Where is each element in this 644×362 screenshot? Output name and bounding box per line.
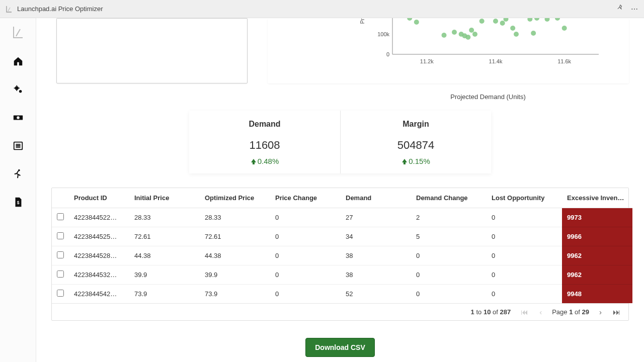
metric-pair: Demand 11608 0.48% Margin 504874 0.15% bbox=[189, 111, 491, 173]
metric-margin-title: Margin bbox=[346, 120, 486, 129]
page-next-button[interactable]: › bbox=[598, 308, 603, 316]
svg-text:0: 0 bbox=[386, 51, 389, 57]
svg-point-13 bbox=[414, 20, 419, 25]
row-checkbox[interactable] bbox=[57, 251, 64, 258]
svg-point-12 bbox=[407, 18, 412, 21]
svg-point-30 bbox=[555, 18, 560, 21]
table-row: 4223844528…44.3844.38038009962 bbox=[52, 246, 632, 265]
nav-cash[interactable] bbox=[12, 112, 24, 124]
cell-price-change: 0 bbox=[270, 285, 341, 304]
cell-price-change: 0 bbox=[270, 227, 341, 246]
col-price-change[interactable]: Price Change bbox=[270, 188, 341, 208]
svg-point-18 bbox=[465, 35, 470, 40]
cell-excessive-inventory: 9973 bbox=[562, 208, 632, 227]
cell-initial-price: 72.61 bbox=[129, 227, 200, 246]
svg-point-23 bbox=[500, 21, 505, 26]
metric-demand-delta: 0.48% bbox=[194, 157, 335, 165]
cell-initial-price: 28.33 bbox=[129, 208, 200, 227]
cell-excessive-inventory: 9962 bbox=[562, 246, 632, 265]
cell-lost-opportunity: 0 bbox=[487, 285, 562, 304]
metric-demand-value: 11608 bbox=[194, 139, 335, 152]
brand-logo-icon bbox=[11, 25, 25, 39]
metric-margin: Margin 504874 0.15% bbox=[340, 111, 491, 173]
nav-settings[interactable] bbox=[12, 83, 24, 96]
metric-demand: Demand 11608 0.48% bbox=[189, 111, 340, 173]
svg-point-22 bbox=[493, 19, 498, 24]
col-lost-opportunity[interactable]: Lost Opportunity bbox=[487, 188, 562, 208]
range-text: 1 to 10 of 287 bbox=[471, 308, 511, 316]
col-optimized-price[interactable]: Optimized Price bbox=[200, 188, 270, 208]
table-row: 4223844525…72.6172.61034509966 bbox=[52, 227, 632, 246]
svg-text:$: $ bbox=[17, 201, 19, 205]
cell-product-id: 4223844525… bbox=[69, 227, 129, 246]
page-prev-button[interactable]: ‹ bbox=[538, 308, 543, 316]
more-icon[interactable]: ⋯ bbox=[631, 5, 639, 13]
cell-product-id: 4223844542… bbox=[69, 285, 129, 304]
nav-run[interactable] bbox=[12, 168, 24, 180]
svg-point-0 bbox=[15, 86, 18, 90]
svg-point-3 bbox=[17, 116, 20, 119]
cell-demand-change: 0 bbox=[411, 285, 487, 304]
svg-point-25 bbox=[510, 26, 515, 31]
cell-demand-change: 2 bbox=[411, 208, 487, 227]
svg-point-29 bbox=[545, 18, 550, 22]
row-checkbox[interactable] bbox=[57, 270, 64, 278]
nav-list[interactable] bbox=[12, 140, 24, 152]
download-csv-button[interactable]: Download CSV bbox=[305, 338, 375, 357]
svg-point-1 bbox=[19, 90, 22, 93]
svg-point-14 bbox=[442, 33, 447, 38]
row-checkbox[interactable] bbox=[57, 290, 64, 297]
cell-optimized-price: 44.38 bbox=[200, 246, 270, 265]
svg-text:11.6k: 11.6k bbox=[557, 58, 571, 64]
col-initial-price[interactable]: Initial Price bbox=[129, 188, 200, 208]
cell-demand: 27 bbox=[341, 208, 411, 227]
arrow-up-icon bbox=[401, 158, 408, 164]
col-product-id[interactable]: Product ID bbox=[69, 188, 129, 208]
table-row: 4223844542…73.973.9052009948 bbox=[52, 285, 632, 304]
cell-optimized-price: 39.9 bbox=[200, 265, 270, 285]
table-header-row: Product ID Initial Price Optimized Price… bbox=[52, 188, 632, 208]
svg-point-24 bbox=[504, 18, 509, 22]
cell-price-change: 0 bbox=[270, 246, 341, 265]
row-checkbox[interactable] bbox=[57, 213, 64, 220]
chart-card-right: Proj 100k011.2k11.4k11.6k Projected Dema… bbox=[268, 18, 629, 83]
cell-optimized-price: 72.61 bbox=[200, 227, 270, 246]
page-first-button[interactable]: ⏮ bbox=[520, 308, 529, 316]
cell-price-change: 0 bbox=[270, 265, 341, 285]
svg-point-28 bbox=[534, 18, 539, 21]
svg-point-15 bbox=[452, 30, 457, 35]
cell-demand-change: 5 bbox=[411, 227, 487, 246]
nav-invoice[interactable]: $ bbox=[12, 196, 24, 208]
scatter-chart: Proj 100k011.2k11.4k11.6k Projected Dema… bbox=[372, 18, 604, 84]
cell-initial-price: 39.9 bbox=[129, 265, 200, 285]
col-excessive-inventory[interactable]: Excessive Inven… bbox=[562, 188, 632, 208]
svg-point-20 bbox=[472, 32, 477, 37]
cell-excessive-inventory: 9948 bbox=[562, 285, 632, 304]
nav-home[interactable] bbox=[12, 55, 24, 67]
cell-demand-change: 0 bbox=[411, 246, 487, 265]
svg-point-27 bbox=[527, 18, 532, 22]
cell-product-id: 4223844532… bbox=[69, 265, 129, 285]
cell-demand: 38 bbox=[341, 265, 411, 285]
cell-initial-price: 44.38 bbox=[129, 246, 200, 265]
cell-optimized-price: 73.9 bbox=[200, 285, 270, 304]
app-title: Launchpad.ai Price Optimizer bbox=[17, 5, 103, 13]
row-checkbox[interactable] bbox=[57, 232, 64, 239]
svg-text:11.2k: 11.2k bbox=[420, 58, 434, 64]
cell-lost-opportunity: 0 bbox=[487, 208, 562, 227]
col-demand[interactable]: Demand bbox=[341, 188, 411, 208]
svg-point-21 bbox=[479, 19, 485, 24]
cell-demand: 34 bbox=[341, 227, 411, 246]
scatter-xlabel: Projected Demand (Units) bbox=[450, 93, 526, 101]
svg-point-26 bbox=[514, 32, 519, 37]
page-last-button[interactable]: ⏭ bbox=[612, 308, 621, 316]
cell-lost-opportunity: 0 bbox=[487, 227, 562, 246]
cell-price-change: 0 bbox=[270, 208, 341, 227]
col-demand-change[interactable]: Demand Change bbox=[411, 188, 487, 208]
cell-demand: 38 bbox=[341, 246, 411, 265]
pin-icon[interactable] bbox=[617, 5, 624, 13]
svg-text:11.4k: 11.4k bbox=[489, 58, 503, 64]
table-row: 4223844522…28.3328.33027209973 bbox=[52, 208, 632, 227]
arrow-up-icon bbox=[251, 158, 257, 164]
metric-margin-value: 504874 bbox=[346, 139, 486, 152]
